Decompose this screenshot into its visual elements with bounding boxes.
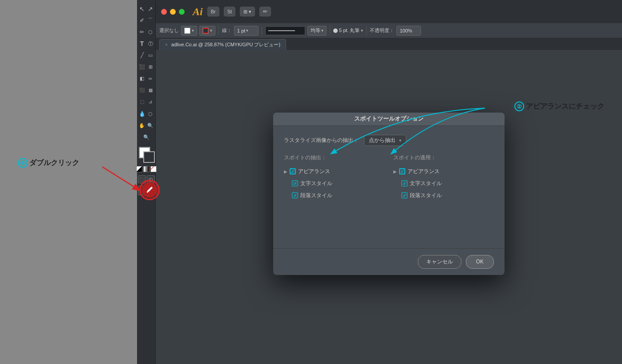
apply-appearance-row: ▶ ✓ アピアランス	[393, 168, 494, 175]
dialog-title-bar: スポイトツールオプション	[273, 113, 505, 126]
annotation-2: ② アピアランスにチェック	[514, 101, 604, 111]
close-button[interactable]	[161, 9, 167, 15]
ok-button[interactable]: OK	[466, 255, 494, 269]
dialog-body: ラスタライズ画像からの抽出： 点から抽出 ▾ スポイトの抽出： ▶	[273, 126, 505, 213]
mesh-tool[interactable]: ⊞	[146, 61, 154, 72]
rasterize-select[interactable]: 点から抽出 ▾	[364, 135, 406, 146]
maximize-button[interactable]	[179, 9, 185, 15]
bridge-icon-btn[interactable]: Br	[207, 7, 219, 16]
svg-point-0	[147, 191, 148, 193]
mode-icons	[136, 166, 157, 172]
pencil-tool[interactable]: ✏	[138, 27, 146, 37]
color-mode[interactable]	[136, 166, 142, 172]
eyedropper-highlight-circle	[139, 180, 160, 200]
tool-row-2: ✐ ⌒	[138, 15, 154, 26]
extract-column: スポイトの抽出： ▶ ✓ アピアランス ✓	[284, 154, 384, 204]
type-tool[interactable]: T	[138, 38, 146, 49]
stroke-swatch[interactable]	[143, 151, 155, 163]
measure-tool[interactable]: ⬡	[146, 109, 154, 119]
annotation-2-text: アピアランスにチェック	[526, 102, 604, 111]
select-tool[interactable]: ↖	[138, 4, 146, 14]
tool-row-5: ╱ ▭	[138, 50, 154, 61]
tool-row-10: ✋ 🔍	[138, 120, 154, 131]
extract-parastyle-checkbox[interactable]: ✓	[292, 192, 298, 198]
stroke-label: 線：	[222, 27, 232, 34]
extract-title: スポイトの抽出：	[284, 154, 384, 162]
rotate-view-tool[interactable]: 🔍	[138, 132, 155, 142]
apply-parastyle-checkbox[interactable]: ✓	[401, 192, 408, 198]
traffic-lights	[161, 9, 185, 15]
apply-column: スポイトの適用： ▶ ✓ アピアランス ✓	[393, 154, 494, 204]
cancel-button[interactable]: キャンセル	[418, 255, 461, 269]
dialog-title: スポイトツールオプション	[354, 115, 424, 123]
blob-brush-tool[interactable]: ⬡	[146, 27, 154, 37]
title-bar: Ai Br St ⊞ ▾ ✏	[156, 0, 622, 23]
touch-type-tool[interactable]: Ⓣ	[146, 38, 154, 49]
apply-charstyle-row: ✓ 文字スタイル	[393, 180, 494, 187]
app-logo: Ai	[193, 6, 203, 18]
stroke-width-control[interactable]: 1 pt ▾	[234, 26, 258, 36]
tool-row-6: ⬛ ⊞	[138, 61, 154, 72]
stroke-type-control[interactable]: 均等 ▾	[307, 26, 327, 36]
eyedropper-svg-icon	[145, 186, 153, 194]
toolbar: 選択なし ▾ ▾ 線： 1 pt ▾ 均等 ▾ 5 pt. 丸筆 ▾ 不	[156, 23, 622, 38]
tool-row: ↖ ↗	[138, 4, 154, 14]
tab-title: adlive.Co.ai @ 258.87% (CMYK/GPU プレビュー)	[171, 41, 280, 48]
eyedropper-tool[interactable]: 💧	[138, 109, 146, 119]
toolbar-divider-4	[366, 26, 367, 35]
direct-select-tool[interactable]: ↗	[146, 4, 154, 14]
dialog-footer: キャンセル OK	[273, 248, 505, 275]
selection-label: 選択なし	[159, 27, 179, 34]
annotation-1-text: ダブルクリック	[29, 158, 79, 168]
tool-row-3: ✏ ⬡	[138, 27, 154, 37]
curvature-tool[interactable]: ⌒	[146, 15, 154, 26]
gradient-mode[interactable]	[143, 166, 149, 172]
document-tab[interactable]: × adlive.Co.ai @ 258.87% (CMYK/GPU プレビュー…	[159, 39, 286, 50]
paintbucket-tool[interactable]: ⬛	[138, 61, 146, 72]
rect-tool[interactable]: ▭	[146, 50, 154, 61]
stock-icon-btn[interactable]: St	[224, 7, 235, 16]
tool-row-11: 🔍	[138, 132, 155, 142]
artboard-tool[interactable]: ⬚	[138, 96, 146, 107]
gradient-tool[interactable]: ◧	[138, 73, 146, 84]
dialog-columns: スポイトの抽出： ▶ ✓ アピアランス ✓	[284, 154, 494, 204]
apply-appearance-checkbox[interactable]: ✓	[399, 168, 405, 174]
annotation-1-number: ①	[18, 158, 28, 168]
pen-tool[interactable]: ✐	[138, 15, 146, 26]
apply-parastyle-row: ✓ 段落スタイル	[393, 192, 494, 199]
apply-parastyle-label: 段落スタイル	[410, 192, 442, 199]
eyedropper-options-dialog: スポイトツールオプション ラスタライズ画像からの抽出： 点から抽出 ▾ スポイト	[273, 113, 505, 275]
arrange-btn[interactable]: ✏	[259, 7, 271, 16]
tool-row-9: ⬚ ⊿	[138, 96, 154, 107]
brush-control[interactable]: 5 pt. 丸筆 ▾	[333, 27, 363, 34]
apply-title: スポイトの適用：	[393, 154, 494, 162]
eyedropper-icon-bg	[142, 182, 157, 198]
opacity-control[interactable]: 100%	[396, 26, 421, 36]
apply-charstyle-checkbox[interactable]: ✓	[401, 180, 408, 186]
stroke-control[interactable]: ▾	[199, 26, 215, 36]
eyedropper-tool-row: 💧 ⬡	[138, 109, 154, 119]
stroke-preview-area[interactable]	[265, 26, 305, 35]
extract-appearance-label: アピアランス	[298, 168, 330, 175]
fill-control[interactable]: ▾	[181, 26, 197, 36]
minimize-button[interactable]	[170, 9, 176, 15]
slice-tool[interactable]: ⊿	[146, 96, 154, 107]
app-window: Ai Br St ⊞ ▾ ✏ 選択なし ▾ ▾ 線： 1 pt ▾ 均等 ▾	[156, 0, 622, 364]
line-tool[interactable]: ╱	[138, 50, 146, 61]
zoom-in-tool[interactable]: ✋	[138, 120, 146, 131]
workspace-btn[interactable]: ⊞ ▾	[240, 7, 255, 16]
annotation-2-number: ②	[514, 101, 524, 111]
expand-arrow-extract: ▶	[284, 169, 287, 174]
none-mode[interactable]	[150, 166, 157, 172]
stacked-bar-tool[interactable]: ▦	[146, 85, 154, 95]
extract-appearance-checkbox[interactable]: ✓	[290, 168, 296, 174]
tab-close-btn[interactable]: ×	[165, 42, 168, 47]
apply-charstyle-label: 文字スタイル	[410, 180, 442, 187]
toolbar-divider-1	[218, 26, 219, 35]
hand-tool[interactable]: 🔍	[146, 120, 154, 131]
extract-parastyle-label: 段落スタイル	[300, 192, 332, 199]
extract-charstyle-label: 文字スタイル	[300, 180, 332, 187]
extract-charstyle-checkbox[interactable]: ✓	[292, 180, 298, 186]
blend-tool[interactable]: ∞	[146, 73, 154, 84]
column-graph-tool[interactable]: ⬛	[138, 85, 146, 95]
